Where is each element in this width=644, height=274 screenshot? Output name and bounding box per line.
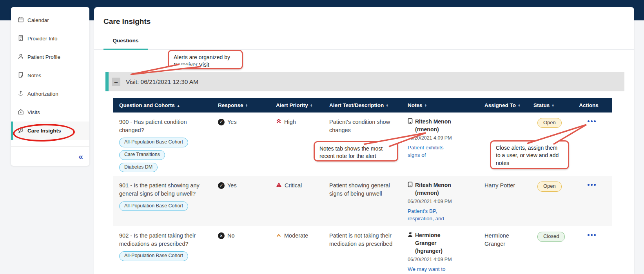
question-text: 902 - Is the patient taking their medica… bbox=[119, 232, 203, 248]
sidebar-item-provider-info[interactable]: Provider Info bbox=[11, 29, 89, 48]
question-text: 901 - Is the patient showing any general… bbox=[119, 181, 203, 198]
cohort-chip: All-Population Base Cohort bbox=[119, 251, 188, 261]
critical-priority-icon bbox=[276, 181, 282, 190]
sidebar-item-label: Patient Profile bbox=[27, 54, 60, 60]
moderate-priority-icon bbox=[276, 232, 281, 240]
sidebar-footer: « bbox=[11, 146, 89, 166]
sort-icon: ▲▼ bbox=[386, 104, 388, 107]
cohort-chip: All-Population Base Cohort bbox=[119, 138, 188, 147]
column-header-status[interactable]: Status▲▼ bbox=[527, 98, 568, 113]
visit-label: Visit: 06/21/2021 12:30 AM bbox=[126, 78, 198, 85]
high-priority-icon bbox=[276, 118, 281, 126]
note-author: Ritesh Menon (rmenon) bbox=[415, 181, 455, 197]
check-icon: ✓ bbox=[218, 119, 225, 125]
tablet-icon bbox=[408, 118, 413, 134]
note-link[interactable]: We may want to give patient a bbox=[408, 265, 455, 274]
cross-icon: × bbox=[218, 232, 225, 239]
sort-ascending-icon: ▲ bbox=[177, 104, 180, 108]
callout-actions-menu: Close alerts, assign them to a user, or … bbox=[490, 140, 569, 169]
sidebar: Calendar Provider Info Patient Profile bbox=[11, 7, 89, 166]
assigned-to-value: Harry Potter bbox=[484, 182, 515, 189]
callout-visit-grouping: Alerts are organized by Caregiver Visit bbox=[168, 50, 243, 69]
cohort-chip: Diabetes DM bbox=[119, 163, 158, 172]
calendar-icon bbox=[18, 16, 24, 24]
note-author: Hermione Granger (hgranger) bbox=[415, 232, 455, 255]
column-header-response[interactable]: Response▲▼ bbox=[212, 98, 270, 113]
sidebar-item-calendar[interactable]: Calendar bbox=[11, 11, 89, 29]
alerts-table: Question and Cohorts▲ Response▲▼ Alert P… bbox=[113, 98, 612, 274]
response-value: Yes bbox=[227, 118, 237, 126]
column-header-alert-text[interactable]: Alert Text/Description▲▼ bbox=[323, 98, 401, 113]
sidebar-collapse-icon[interactable]: « bbox=[78, 152, 83, 160]
more-actions-icon[interactable] bbox=[575, 184, 608, 186]
alert-text: Patient showing general signs of being u… bbox=[329, 181, 395, 198]
priority-value: High bbox=[284, 118, 296, 126]
note-link[interactable]: Patient's BP, respiration, and bbox=[408, 207, 455, 222]
alert-text: Patient is not taking their medication a… bbox=[329, 232, 395, 248]
table-row: 902 - Is the patient taking their medica… bbox=[113, 226, 612, 274]
callout-notes-column: Notes tab shows the most recent note for… bbox=[314, 141, 398, 161]
sort-icon: ▲▼ bbox=[518, 104, 521, 107]
sort-icon: ▲▼ bbox=[310, 104, 313, 107]
collapse-visit-button[interactable]: – bbox=[112, 78, 120, 86]
sort-icon: ▲▼ bbox=[245, 104, 248, 107]
status-badge: Open bbox=[537, 118, 562, 128]
active-tab-underline bbox=[103, 49, 148, 50]
patient-profile-icon bbox=[18, 53, 24, 61]
cohort-chip: Care Transitions bbox=[119, 150, 165, 160]
note-timestamp: 06/20/2021 4:09 PM bbox=[408, 256, 455, 263]
sidebar-item-notes[interactable]: Notes bbox=[11, 66, 89, 85]
response-value: Yes bbox=[227, 181, 237, 190]
sidebar-item-visits[interactable]: Visits bbox=[11, 103, 89, 122]
column-header-alert-priority[interactable]: Alert Priority▲▼ bbox=[270, 98, 323, 113]
tab-bar: Questions bbox=[94, 41, 634, 50]
sort-icon: ▲▼ bbox=[551, 104, 554, 107]
sidebar-item-label: Calendar bbox=[27, 17, 49, 23]
visits-icon bbox=[18, 109, 24, 116]
priority-value: Moderate bbox=[284, 232, 308, 240]
column-header-actions: Actions bbox=[568, 98, 612, 113]
tab-questions[interactable]: Questions bbox=[103, 38, 148, 44]
authorization-icon bbox=[18, 90, 24, 98]
more-actions-icon[interactable] bbox=[575, 120, 608, 122]
column-header-notes[interactable]: Notes▲▼ bbox=[401, 98, 478, 113]
sidebar-item-label: Authorization bbox=[27, 91, 58, 97]
table-row: 901 - Is the patient showing any general… bbox=[113, 176, 612, 226]
provider-info-icon bbox=[18, 35, 24, 42]
sidebar-item-authorization[interactable]: Authorization bbox=[11, 85, 89, 103]
alert-text: Patient's condition show changes bbox=[329, 118, 395, 134]
sort-icon: ▲▼ bbox=[424, 104, 427, 107]
note-timestamp: 06/20/2021 4:09 PM bbox=[408, 135, 455, 142]
check-icon: ✓ bbox=[218, 182, 225, 189]
response-value: No bbox=[227, 232, 235, 240]
sidebar-item-label: Provider Info bbox=[27, 36, 58, 42]
column-header-question[interactable]: Question and Cohorts▲ bbox=[113, 98, 212, 113]
tablet-icon bbox=[408, 181, 413, 197]
page-title: Care Insights bbox=[103, 17, 151, 26]
visit-group-header: – Visit: 06/21/2021 12:30 AM bbox=[105, 72, 624, 91]
notes-icon bbox=[18, 72, 24, 79]
more-actions-icon[interactable] bbox=[575, 234, 608, 236]
priority-value: Critical bbox=[285, 181, 302, 190]
column-header-assigned-to[interactable]: Assigned To▲▼ bbox=[478, 98, 527, 113]
note-link[interactable]: Patient exhibits signs of bbox=[408, 144, 455, 159]
person-icon bbox=[408, 232, 413, 255]
cohort-chip: All-Population Base Cohort bbox=[119, 201, 188, 211]
status-badge: Open bbox=[537, 181, 562, 191]
note-timestamp: 06/20/2021 4:09 PM bbox=[408, 198, 455, 205]
question-text: 900 - Has patient condition changed? bbox=[119, 118, 203, 134]
note-author: Ritesh Menon (rmenon) bbox=[415, 118, 455, 134]
sidebar-item-label: Notes bbox=[27, 73, 41, 78]
sidebar-item-patient-profile[interactable]: Patient Profile bbox=[11, 48, 89, 66]
sidebar-item-label: Visits bbox=[27, 109, 40, 115]
table-header-row: Question and Cohorts▲ Response▲▼ Alert P… bbox=[113, 98, 612, 113]
status-badge: Closed bbox=[537, 232, 565, 241]
assigned-to-value: Hermione Granger bbox=[484, 232, 520, 248]
